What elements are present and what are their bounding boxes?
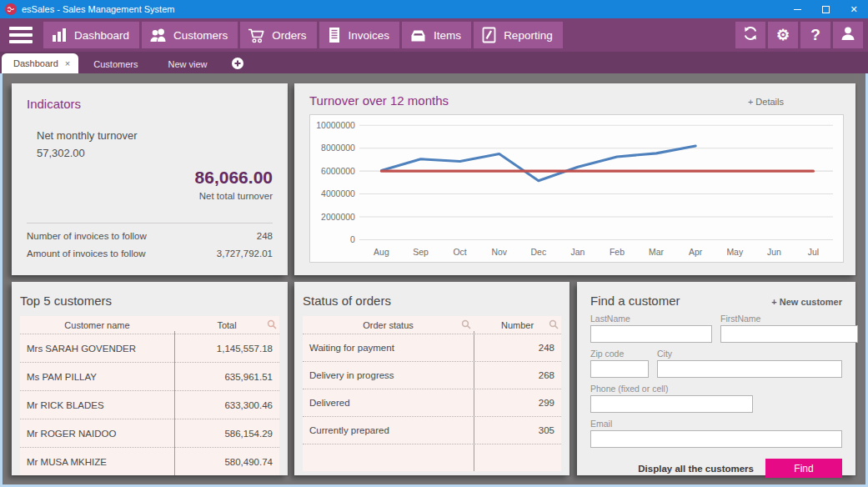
email-input[interactable]: [590, 430, 842, 448]
app-logo-icon: [5, 3, 17, 15]
column-divider: [174, 331, 175, 475]
user-icon: [840, 25, 856, 46]
lastname-input[interactable]: [590, 325, 712, 343]
turnover-chart-panel: Turnover over 12 months + Details 020000…: [294, 83, 855, 275]
divider: [27, 223, 273, 223]
tab-dashboard[interactable]: Dashboard ×: [2, 53, 78, 73]
window-title: esSales - Sales Management System: [22, 4, 174, 14]
col-order-status[interactable]: Order status: [303, 320, 474, 330]
table-row[interactable]: Mr RICK BLADES 633,300.46: [20, 390, 279, 419]
table-row[interactable]: Delivery in progress 268: [303, 361, 561, 389]
search-icon[interactable]: [461, 319, 471, 331]
new-customer-link[interactable]: + New customer: [771, 297, 842, 307]
tab-customers[interactable]: Customers: [78, 55, 153, 73]
help-icon: ?: [810, 26, 820, 44]
order-status-title: Status of orders: [303, 294, 561, 308]
tab-new-view[interactable]: New view: [153, 55, 222, 73]
close-button[interactable]: ✕: [840, 0, 868, 18]
svg-text:2000000: 2000000: [321, 211, 355, 221]
add-tab-button[interactable]: [231, 57, 244, 70]
refresh-button[interactable]: [735, 22, 765, 48]
tab-close-icon[interactable]: ×: [65, 58, 70, 68]
net-monthly-turnover-label: Net monthly turnover: [37, 129, 273, 142]
settings-button[interactable]: ⚙: [768, 22, 798, 48]
nav-reporting-button[interactable]: Reporting: [474, 22, 563, 48]
nav-dashboard-button[interactable]: Dashboard: [43, 22, 139, 48]
indicators-title: Indicators: [27, 97, 273, 111]
table-row[interactable]: Delivered 299: [303, 389, 561, 416]
find-customer-title: Find a customer: [590, 294, 680, 308]
svg-text:6000000: 6000000: [321, 166, 355, 176]
invoices-count-value: 248: [257, 231, 273, 241]
dashboard-content: Indicators Net monthly turnover 57,302.0…: [3, 73, 865, 484]
svg-text:Oct: Oct: [453, 247, 466, 257]
find-customer-panel: Find a customer + New customer LastName …: [577, 282, 855, 475]
svg-text:10000000: 10000000: [316, 120, 355, 130]
email-label: Email: [590, 419, 842, 429]
search-icon[interactable]: [549, 319, 559, 331]
svg-text:Apr: Apr: [689, 247, 703, 257]
table-row[interactable]: Mr ROGER NAIDOO 586,154.29: [20, 419, 279, 447]
nav-items-button[interactable]: Items: [402, 22, 471, 48]
zipcode-input[interactable]: [590, 360, 649, 378]
svg-text:Mar: Mar: [649, 247, 665, 257]
top-customers-table: Customer name Total Mrs SARAH GOVENDER 1…: [20, 316, 279, 475]
svg-text:4000000: 4000000: [321, 188, 355, 198]
user-button[interactable]: [833, 22, 863, 48]
menu-button[interactable]: [3, 22, 38, 48]
report-icon: [481, 27, 497, 43]
table-header: Order status Number: [303, 316, 561, 334]
city-label: City: [657, 349, 842, 359]
details-link[interactable]: + Details: [748, 97, 784, 107]
lastname-label: LastName: [590, 314, 712, 324]
maximize-icon: [822, 6, 830, 13]
document-icon: [327, 27, 342, 43]
gear-icon: ⚙: [776, 26, 790, 44]
plus-circle-icon: [231, 57, 244, 70]
phone-label: Phone (fixed or cell): [590, 384, 753, 394]
svg-text:Nov: Nov: [491, 247, 507, 257]
view-tabbar: Dashboard × Customers New view: [0, 52, 868, 73]
minimize-button[interactable]: [783, 0, 811, 18]
close-icon: ✕: [850, 4, 857, 15]
svg-text:Jul: Jul: [808, 247, 819, 257]
firstname-input[interactable]: [720, 325, 858, 343]
display-all-customers-link[interactable]: Display all the customers: [638, 464, 754, 474]
top-customers-panel: Top 5 customers Customer name Total Mrs …: [12, 282, 288, 475]
net-total-turnover-label: Net total turnover: [27, 191, 273, 201]
col-total[interactable]: Total: [174, 320, 279, 330]
bar-chart-icon: [51, 28, 68, 43]
help-button[interactable]: ?: [800, 22, 830, 48]
nav-orders-button[interactable]: Orders: [240, 22, 316, 48]
nav-invoices-button[interactable]: Invoices: [319, 22, 400, 48]
phone-input[interactable]: [590, 395, 753, 413]
svg-text:0: 0: [350, 234, 355, 244]
invoices-amount-row: Amount of invoices to follow 3,727,792.0…: [27, 249, 273, 259]
indicators-panel: Indicators Net monthly turnover 57,302.0…: [12, 83, 288, 275]
invoices-amount-value: 3,727,792.01: [217, 249, 273, 259]
search-icon[interactable]: [267, 319, 277, 331]
top-customers-title: Top 5 customers: [20, 294, 279, 308]
nav-customers-button[interactable]: Customers: [142, 22, 238, 48]
table-row[interactable]: Ms PAM PILLAY 635,961.51: [20, 362, 279, 390]
table-row[interactable]: Mr MUSA MKHIZE 580,490.74: [20, 447, 279, 475]
city-input[interactable]: [657, 360, 842, 378]
turnover-title: Turnover over 12 months: [309, 93, 449, 108]
cart-icon: [248, 28, 265, 43]
table-row[interactable]: Waiting for payment 248: [303, 334, 561, 361]
net-total-turnover-value: 86,066.00: [27, 168, 273, 188]
net-monthly-turnover-value: 57,302.00: [37, 147, 273, 159]
people-icon: [149, 28, 167, 43]
svg-text:Dec: Dec: [531, 247, 547, 257]
firstname-label: FirstName: [720, 314, 858, 324]
svg-text:Jun: Jun: [767, 247, 781, 257]
find-button[interactable]: Find: [765, 459, 842, 478]
title-bar: esSales - Sales Management System ✕: [0, 0, 868, 18]
table-row[interactable]: Mrs SARAH GOVENDER 1,145,557.18: [20, 334, 279, 362]
zipcode-label: Zip code: [590, 349, 649, 359]
maximize-button[interactable]: [811, 0, 840, 18]
col-customer-name[interactable]: Customer name: [20, 320, 174, 330]
svg-text:Aug: Aug: [374, 247, 389, 257]
table-row[interactable]: Currently prepared 305: [303, 416, 561, 444]
column-divider: [474, 331, 474, 471]
